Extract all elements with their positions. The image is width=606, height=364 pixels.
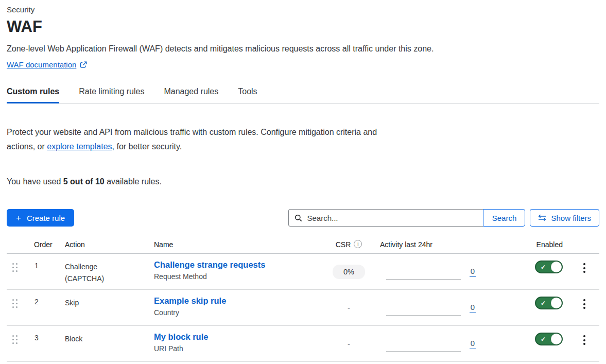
create-rule-label: Create rule: [27, 214, 65, 222]
enabled-toggle[interactable]: ✓: [535, 297, 563, 309]
rule-name-link[interactable]: My block rule: [154, 332, 208, 342]
check-icon: ✓: [541, 264, 546, 270]
search-input[interactable]: [307, 214, 477, 222]
usage-count: 5 out of 10: [63, 177, 105, 186]
page-title: WAF: [7, 18, 599, 36]
show-filters-button[interactable]: Show filters: [530, 209, 599, 227]
activity-count-link[interactable]: 0: [470, 303, 476, 313]
tab-tools[interactable]: Tools: [238, 87, 257, 103]
column-header-action: Action: [58, 240, 147, 249]
waf-tabs: Custom rules Rate limiting rules Managed…: [7, 87, 599, 103]
page-description: Zone-level Web Application Firewall (WAF…: [7, 44, 599, 54]
intro-text-after: , for better security.: [112, 142, 182, 151]
activity-count-link[interactable]: 0: [470, 267, 476, 277]
activity-sparkline: [386, 315, 461, 316]
kebab-menu-icon[interactable]: [580, 334, 588, 361]
kebab-menu-icon[interactable]: [580, 298, 588, 325]
usage-text-before: You have used: [7, 177, 63, 186]
rule-order: 2: [27, 290, 58, 325]
rule-name-link[interactable]: Challenge strange requests: [154, 260, 265, 270]
column-header-enabled: Enabled: [484, 240, 569, 249]
rules-usage-text: You have used 5 out of 10 available rule…: [7, 177, 599, 186]
intro-paragraph: Protect your website and API from malici…: [7, 125, 390, 154]
rule-field: Request Method: [154, 272, 324, 281]
csr-badge: 0%: [333, 265, 365, 279]
toggle-knob: [551, 334, 562, 344]
enabled-toggle[interactable]: ✓: [535, 333, 563, 345]
table-header-row: Order Action Name CSR i Activity last 24…: [7, 240, 599, 254]
drag-handle-icon[interactable]: [12, 263, 19, 272]
rule-action: Block: [58, 326, 128, 361]
activity-sparkline: [386, 351, 461, 352]
column-header-csr: CSR: [336, 240, 351, 249]
csr-value: -: [348, 304, 350, 312]
kebab-menu-icon[interactable]: [580, 262, 588, 289]
column-header-name: Name: [147, 240, 324, 249]
enabled-toggle[interactable]: ✓: [535, 261, 563, 273]
waf-documentation-link[interactable]: WAF documentation: [7, 60, 76, 69]
tab-custom-rules[interactable]: Custom rules: [7, 87, 59, 103]
usage-text-after: available rules.: [105, 177, 162, 186]
rules-toolbar: + Create rule Search: [7, 209, 599, 227]
search-box: [288, 209, 483, 227]
swap-arrows-icon: [538, 214, 546, 221]
activity-sparkline: [386, 279, 461, 280]
rule-field: Country: [154, 308, 324, 317]
custom-rules-table: Order Action Name CSR i Activity last 24…: [7, 240, 599, 362]
rule-name-link[interactable]: Example skip rule: [154, 296, 226, 306]
tab-managed-rules[interactable]: Managed rules: [164, 87, 218, 103]
drag-handle-icon[interactable]: [12, 299, 19, 308]
drag-handle-icon[interactable]: [12, 335, 19, 344]
activity-count-link[interactable]: 0: [470, 339, 476, 349]
column-header-order: Order: [27, 240, 58, 249]
check-icon: ✓: [541, 300, 546, 306]
rule-action: Skip: [58, 290, 128, 325]
toggle-knob: [551, 262, 562, 272]
plus-icon: +: [16, 214, 21, 222]
rule-action: Challenge (CAPTCHA): [58, 254, 128, 289]
tab-rate-limiting-rules[interactable]: Rate limiting rules: [79, 87, 144, 103]
table-row: 3 Block My block rule URI Path - 0 ✓: [7, 326, 599, 362]
search-button[interactable]: Search: [483, 209, 525, 227]
rule-order: 3: [27, 326, 58, 361]
rule-order: 1: [27, 254, 58, 289]
toggle-knob: [551, 298, 562, 308]
breadcrumb-security: Security: [7, 5, 599, 14]
explore-templates-link[interactable]: explore templates: [47, 142, 112, 151]
table-row: 2 Skip Example skip rule Country - 0 ✓: [7, 290, 599, 326]
check-icon: ✓: [541, 336, 546, 342]
search-icon: [295, 214, 302, 222]
csr-value: -: [348, 340, 350, 348]
info-icon[interactable]: i: [354, 240, 362, 248]
column-header-activity: Activity last 24hr: [373, 240, 484, 249]
waf-page: Security WAF Zone-level Web Application …: [0, 0, 606, 362]
rule-field: URI Path: [154, 344, 324, 353]
table-row: 1 Challenge (CAPTCHA) Challenge strange …: [7, 254, 599, 290]
show-filters-label: Show filters: [551, 214, 591, 222]
create-rule-button[interactable]: + Create rule: [7, 209, 74, 227]
external-link-icon: [80, 61, 87, 68]
